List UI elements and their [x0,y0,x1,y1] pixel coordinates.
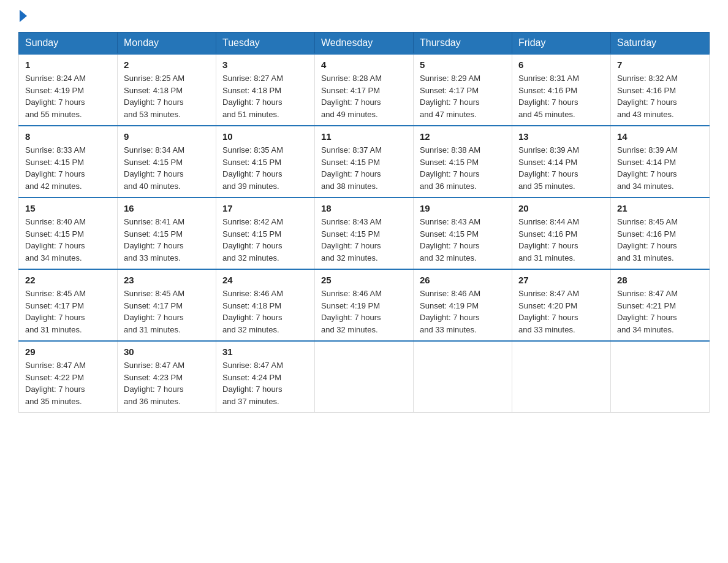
day-number: 12 [420,131,506,142]
day-number: 14 [617,131,703,142]
calendar-day-cell: 25Sunrise: 8:46 AMSunset: 4:19 PMDayligh… [315,269,414,341]
calendar-day-cell: 26Sunrise: 8:46 AMSunset: 4:19 PMDayligh… [414,269,512,341]
day-info: Sunrise: 8:32 AMSunset: 4:16 PMDaylight:… [617,72,703,120]
day-info: Sunrise: 8:42 AMSunset: 4:15 PMDaylight:… [222,216,308,264]
calendar-day-cell: 8Sunrise: 8:33 AMSunset: 4:15 PMDaylight… [19,126,118,197]
day-number: 3 [222,59,308,70]
day-number: 13 [518,131,604,142]
day-number: 5 [420,59,506,70]
calendar-day-cell [414,341,512,413]
day-info: Sunrise: 8:44 AMSunset: 4:16 PMDaylight:… [518,216,604,264]
day-number: 22 [25,275,111,285]
calendar-day-cell: 27Sunrise: 8:47 AMSunset: 4:20 PMDayligh… [512,269,611,341]
day-info: Sunrise: 8:47 AMSunset: 4:24 PMDaylight:… [222,359,308,407]
day-number: 9 [124,131,210,142]
day-info: Sunrise: 8:38 AMSunset: 4:15 PMDaylight:… [420,144,506,192]
day-info: Sunrise: 8:39 AMSunset: 4:14 PMDaylight:… [518,144,604,192]
day-info: Sunrise: 8:29 AMSunset: 4:17 PMDaylight:… [420,72,506,120]
calendar-day-cell: 16Sunrise: 8:41 AMSunset: 4:15 PMDayligh… [118,197,216,269]
day-info: Sunrise: 8:43 AMSunset: 4:15 PMDaylight:… [321,216,407,264]
calendar-day-cell: 10Sunrise: 8:35 AMSunset: 4:15 PMDayligh… [216,126,315,197]
day-number: 10 [222,131,308,142]
day-number: 19 [420,203,506,213]
calendar-day-cell: 22Sunrise: 8:45 AMSunset: 4:17 PMDayligh… [19,269,118,341]
day-number: 29 [25,347,111,357]
weekday-header-friday: Friday [512,33,611,55]
day-info: Sunrise: 8:27 AMSunset: 4:18 PMDaylight:… [222,72,308,120]
page-header [18,12,710,20]
calendar-day-cell: 1Sunrise: 8:24 AMSunset: 4:19 PMDaylight… [19,54,118,126]
day-info: Sunrise: 8:39 AMSunset: 4:14 PMDaylight:… [617,144,703,192]
calendar-week-row: 22Sunrise: 8:45 AMSunset: 4:17 PMDayligh… [19,269,710,341]
calendar-day-cell: 18Sunrise: 8:43 AMSunset: 4:15 PMDayligh… [315,197,414,269]
calendar-day-cell: 21Sunrise: 8:45 AMSunset: 4:16 PMDayligh… [611,197,710,269]
day-info: Sunrise: 8:45 AMSunset: 4:17 PMDaylight:… [25,288,111,335]
day-info: Sunrise: 8:35 AMSunset: 4:15 PMDaylight:… [222,144,308,192]
weekday-header-tuesday: Tuesday [216,33,315,55]
day-number: 17 [222,203,308,213]
day-info: Sunrise: 8:47 AMSunset: 4:22 PMDaylight:… [25,359,111,407]
calendar-day-cell: 17Sunrise: 8:42 AMSunset: 4:15 PMDayligh… [216,197,315,269]
calendar-day-cell: 14Sunrise: 8:39 AMSunset: 4:14 PMDayligh… [611,126,710,197]
day-info: Sunrise: 8:25 AMSunset: 4:18 PMDaylight:… [124,72,210,120]
calendar-day-cell: 5Sunrise: 8:29 AMSunset: 4:17 PMDaylight… [414,54,512,126]
day-info: Sunrise: 8:37 AMSunset: 4:15 PMDaylight:… [321,144,407,192]
day-info: Sunrise: 8:47 AMSunset: 4:23 PMDaylight:… [124,359,210,407]
calendar-day-cell: 19Sunrise: 8:43 AMSunset: 4:15 PMDayligh… [414,197,512,269]
calendar-week-row: 15Sunrise: 8:40 AMSunset: 4:15 PMDayligh… [19,197,710,269]
day-info: Sunrise: 8:43 AMSunset: 4:15 PMDaylight:… [420,216,506,264]
calendar-day-cell: 30Sunrise: 8:47 AMSunset: 4:23 PMDayligh… [118,341,216,413]
calendar-day-cell: 15Sunrise: 8:40 AMSunset: 4:15 PMDayligh… [19,197,118,269]
day-number: 20 [518,203,604,213]
day-number: 23 [124,275,210,285]
day-number: 25 [321,275,407,285]
day-number: 11 [321,131,407,142]
calendar-day-cell: 4Sunrise: 8:28 AMSunset: 4:17 PMDaylight… [315,54,414,126]
weekday-header-wednesday: Wednesday [315,33,414,55]
calendar-day-cell: 11Sunrise: 8:37 AMSunset: 4:15 PMDayligh… [315,126,414,197]
day-number: 31 [222,347,308,357]
calendar-day-cell: 12Sunrise: 8:38 AMSunset: 4:15 PMDayligh… [414,126,512,197]
day-info: Sunrise: 8:46 AMSunset: 4:18 PMDaylight:… [222,288,308,335]
weekday-header-saturday: Saturday [611,33,710,55]
day-number: 16 [124,203,210,213]
calendar-day-cell: 20Sunrise: 8:44 AMSunset: 4:16 PMDayligh… [512,197,611,269]
weekday-header-monday: Monday [118,33,216,55]
day-number: 28 [617,275,703,285]
weekday-header-thursday: Thursday [414,33,512,55]
day-number: 24 [222,275,308,285]
day-number: 6 [518,59,604,70]
day-number: 15 [25,203,111,213]
calendar-day-cell: 13Sunrise: 8:39 AMSunset: 4:14 PMDayligh… [512,126,611,197]
day-info: Sunrise: 8:31 AMSunset: 4:16 PMDaylight:… [518,72,604,120]
day-info: Sunrise: 8:46 AMSunset: 4:19 PMDaylight:… [420,288,506,335]
calendar-day-cell: 28Sunrise: 8:47 AMSunset: 4:21 PMDayligh… [611,269,710,341]
day-number: 1 [25,59,111,70]
day-number: 21 [617,203,703,213]
day-number: 30 [124,347,210,357]
calendar-day-cell [611,341,710,413]
day-info: Sunrise: 8:33 AMSunset: 4:15 PMDaylight:… [25,144,111,192]
day-info: Sunrise: 8:47 AMSunset: 4:21 PMDaylight:… [617,288,703,335]
day-info: Sunrise: 8:40 AMSunset: 4:15 PMDaylight:… [25,216,111,264]
calendar-day-cell: 3Sunrise: 8:27 AMSunset: 4:18 PMDaylight… [216,54,315,126]
weekday-header-row: SundayMondayTuesdayWednesdayThursdayFrid… [19,33,710,55]
day-info: Sunrise: 8:45 AMSunset: 4:16 PMDaylight:… [617,216,703,264]
calendar-day-cell: 29Sunrise: 8:47 AMSunset: 4:22 PMDayligh… [19,341,118,413]
calendar-week-row: 1Sunrise: 8:24 AMSunset: 4:19 PMDaylight… [19,54,710,126]
calendar-day-cell [512,341,611,413]
day-info: Sunrise: 8:28 AMSunset: 4:17 PMDaylight:… [321,72,407,120]
day-info: Sunrise: 8:45 AMSunset: 4:17 PMDaylight:… [124,288,210,335]
day-number: 4 [321,59,407,70]
day-number: 8 [25,131,111,142]
day-number: 2 [124,59,210,70]
day-info: Sunrise: 8:46 AMSunset: 4:19 PMDaylight:… [321,288,407,335]
calendar-day-cell: 2Sunrise: 8:25 AMSunset: 4:18 PMDaylight… [118,54,216,126]
logo-triangle-icon [20,10,27,22]
weekday-header-sunday: Sunday [19,33,118,55]
calendar-day-cell: 31Sunrise: 8:47 AMSunset: 4:24 PMDayligh… [216,341,315,413]
calendar-week-row: 8Sunrise: 8:33 AMSunset: 4:15 PMDaylight… [19,126,710,197]
day-number: 7 [617,59,703,70]
calendar-day-cell: 24Sunrise: 8:46 AMSunset: 4:18 PMDayligh… [216,269,315,341]
calendar-day-cell: 23Sunrise: 8:45 AMSunset: 4:17 PMDayligh… [118,269,216,341]
